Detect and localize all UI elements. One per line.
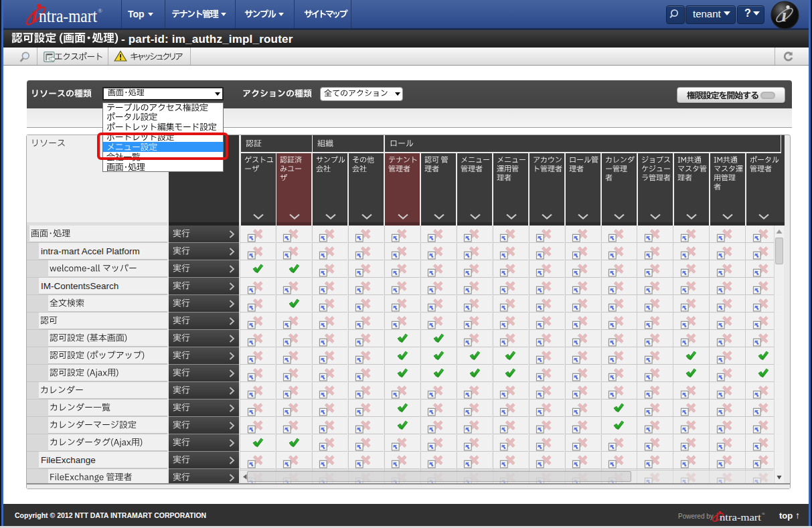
svg-text:ntra-mart: ntra-mart: [720, 512, 761, 523]
svg-text:®: ®: [98, 7, 102, 14]
svg-text:ntra-mart: ntra-mart: [39, 5, 97, 26]
svg-text:ı: ı: [782, 5, 787, 25]
svg-text:®: ®: [762, 512, 765, 516]
svg-text:ı: ı: [31, 3, 37, 27]
svg-text:i: i: [716, 511, 719, 523]
